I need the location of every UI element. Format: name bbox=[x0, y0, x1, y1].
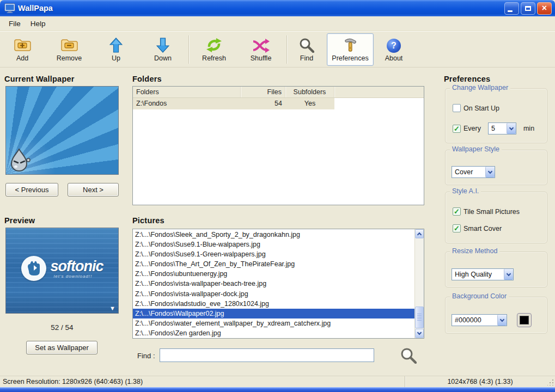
softonic-logo-text: softonic bbox=[51, 258, 103, 275]
list-item[interactable]: Z:\...\Fondos\The_Art_Of_Zen_by_ThePirat… bbox=[133, 259, 414, 269]
menubar: File Help bbox=[0, 16, 555, 31]
toolbar-refresh-button[interactable]: Refresh bbox=[193, 33, 235, 66]
on-startup-label: On Start Up bbox=[463, 105, 499, 112]
arrow-up-icon bbox=[109, 36, 123, 53]
softonic-logo: softonic let's download!! bbox=[21, 256, 103, 281]
resize-method-dropdown[interactable]: High Quality bbox=[452, 268, 514, 280]
toolbar: Add Remove Up Down bbox=[0, 31, 555, 68]
background-color-value: #000000 bbox=[452, 316, 497, 324]
pictures-scrollbar[interactable] bbox=[414, 229, 424, 338]
list-item[interactable]: Z:\...\Fondos\Suse9.1-Blue-walpapers.jpg bbox=[133, 240, 414, 249]
wallpaper-nav: < Previous Next > bbox=[5, 183, 119, 197]
statusbar: Screen Resolution: 1280x926 (640:463) (1… bbox=[0, 376, 555, 387]
softonic-tagline: let's download!! bbox=[51, 274, 103, 279]
tile-small-pictures-checkbox[interactable] bbox=[453, 207, 461, 216]
status-target-resolution: 1024x768 (4:3) (1.33) bbox=[405, 378, 555, 385]
toolbar-find-label: Find bbox=[300, 54, 313, 62]
next-button[interactable]: Next > bbox=[68, 183, 119, 197]
column-header-filler bbox=[334, 87, 424, 97]
group-caption: Change Wallpaper bbox=[450, 84, 510, 91]
scrollbar-thumb[interactable] bbox=[415, 307, 424, 328]
tile-small-pictures-label: Tile Small Pictures bbox=[463, 208, 520, 216]
toolbar-up-button[interactable]: Up bbox=[95, 33, 137, 66]
toolbar-shuffle-button[interactable]: Shuffle bbox=[240, 33, 282, 66]
toolbar-shuffle-label: Shuffle bbox=[251, 54, 272, 62]
toolbar-down-label: Down bbox=[154, 54, 172, 62]
background-color-dropdown[interactable]: #000000 bbox=[452, 314, 507, 326]
table-row[interactable]: Z:\Fondos 54 Yes bbox=[133, 98, 424, 109]
group-caption: Style A.I. bbox=[450, 187, 481, 195]
list-item[interactable]: Z:\...\Fondos\Wallpaper02.jpg bbox=[133, 309, 414, 318]
group-caption: Background Color bbox=[450, 292, 509, 300]
menu-file[interactable]: File bbox=[4, 18, 26, 29]
chevron-down-icon bbox=[509, 125, 514, 130]
scroll-down-button[interactable] bbox=[415, 329, 424, 338]
minimize-icon bbox=[508, 10, 513, 12]
column-header-folders[interactable]: Folders bbox=[133, 87, 241, 97]
color-swatch bbox=[520, 316, 529, 324]
pictures-list: Z:\...\Fondos\Sleek_and_Sporty_2_by_drag… bbox=[132, 229, 424, 339]
list-item[interactable]: Z:\...\Fondos\Zen garden.jpg bbox=[133, 328, 414, 338]
close-button[interactable]: × bbox=[537, 2, 552, 15]
dropdown-button[interactable] bbox=[485, 167, 495, 177]
toolbar-remove-button[interactable]: Remove bbox=[48, 33, 90, 66]
list-item[interactable]: Z:\...\Fondos\water_element_wallpaper_by… bbox=[133, 318, 414, 328]
folder-minus-icon bbox=[60, 36, 78, 53]
previous-button[interactable]: < Previous bbox=[5, 183, 58, 197]
dropdown-button[interactable] bbox=[504, 269, 513, 280]
set-as-wallpaper-button[interactable]: Set as Wallpaper bbox=[26, 341, 97, 354]
magnifier-icon bbox=[299, 36, 314, 53]
every-checkbox[interactable] bbox=[453, 125, 461, 133]
interval-dropdown[interactable]: 5 bbox=[488, 122, 516, 134]
folders-table: Folders Files Subfolders Z:\Fondos 54 Ye… bbox=[132, 86, 424, 205]
column-header-files[interactable]: Files bbox=[241, 87, 285, 97]
on-startup-checkbox[interactable] bbox=[453, 104, 461, 112]
folder-plus-icon bbox=[13, 36, 32, 53]
toolbar-about-button[interactable]: ? About bbox=[378, 33, 410, 66]
dropdown-button[interactable] bbox=[497, 315, 507, 326]
folder-path-cell: Z:\Fondos bbox=[133, 98, 241, 109]
toolbar-up-label: Up bbox=[112, 54, 120, 62]
list-item[interactable]: Z:\...\Fondos\Sleek_and_Sporty_2_by_drag… bbox=[133, 230, 414, 240]
resize-grip[interactable] bbox=[547, 379, 554, 385]
minimize-button[interactable] bbox=[504, 2, 519, 15]
smart-cover-checkbox[interactable] bbox=[453, 224, 461, 232]
toolbar-add-button[interactable]: Add bbox=[1, 33, 44, 66]
color-swatch-button[interactable] bbox=[517, 313, 532, 327]
group-caption: Resize Method bbox=[450, 247, 499, 255]
chevron-down-icon bbox=[488, 169, 492, 173]
app-monitor-icon bbox=[4, 3, 15, 13]
find-magnifier-icon[interactable] bbox=[400, 347, 417, 364]
menu-help[interactable]: Help bbox=[26, 18, 51, 29]
current-wallpaper-image bbox=[5, 86, 119, 175]
group-wallpaper-style: Wallpaper Style Cover bbox=[445, 150, 547, 185]
list-item[interactable]: Z:\...\Fondos\ubuntuenergy.jpg bbox=[133, 269, 414, 279]
toolbar-find-button[interactable]: Find bbox=[291, 33, 322, 66]
preferences-heading: Preferences bbox=[444, 75, 490, 83]
smart-cover-label: Smart Cover bbox=[463, 225, 502, 232]
toolbar-preferences-label: Preferences bbox=[332, 54, 368, 62]
toolbar-remove-label: Remove bbox=[57, 54, 82, 62]
maximize-button[interactable] bbox=[521, 2, 535, 15]
chevron-down-icon bbox=[417, 330, 422, 335]
toolbar-down-button[interactable]: Down bbox=[142, 33, 184, 66]
group-background-color: Background Color #000000 bbox=[445, 297, 547, 334]
dropdown-button[interactable] bbox=[507, 123, 516, 134]
find-input[interactable] bbox=[160, 348, 374, 362]
group-style-ai: Style A.I. Tile Small Pictures Smart Cov… bbox=[445, 192, 547, 243]
list-item[interactable]: Z:\...\Fondos\Suse9.1-Green-walpapers.jp… bbox=[133, 249, 414, 259]
scroll-up-button[interactable] bbox=[415, 229, 424, 238]
wallpaper-style-dropdown[interactable]: Cover bbox=[452, 166, 495, 178]
toolbar-add-label: Add bbox=[16, 54, 28, 62]
titlebar: WallPapa × bbox=[0, 0, 555, 16]
list-item[interactable]: Z:\...\Fondos\vladstudio_eve_1280x1024.j… bbox=[133, 299, 414, 309]
folders-table-header: Folders Files Subfolders bbox=[133, 87, 424, 98]
toolbar-preferences-button[interactable]: Preferences bbox=[327, 33, 374, 66]
hammer-icon bbox=[342, 36, 358, 53]
pictures-heading: Pictures bbox=[132, 216, 164, 225]
chevron-down-icon bbox=[500, 317, 504, 321]
group-resize-method: Resize Method High Quality bbox=[445, 252, 547, 287]
list-item[interactable]: Z:\...\Fondos\vista-wallpaper-dock.jpg bbox=[133, 289, 414, 299]
column-header-subfolders[interactable]: Subfolders bbox=[285, 87, 334, 97]
list-item[interactable]: Z:\...\Fondos\vista-wallpaper-beach-tree… bbox=[133, 279, 414, 289]
